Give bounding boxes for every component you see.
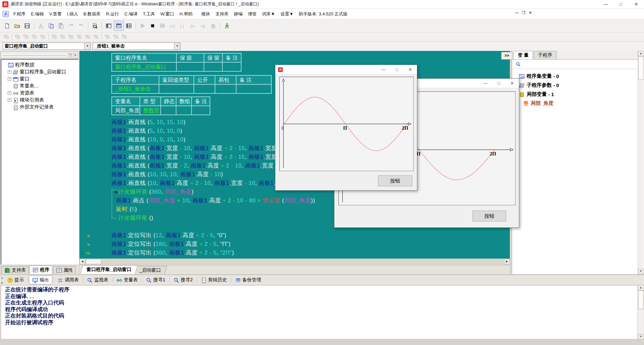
mdi-restore-icon[interactable]: ❐ — [521, 10, 526, 15]
button-anniu[interactable]: 按钮 — [378, 176, 412, 186]
tree-item-模块引用表[interactable]: +模块引用表 — [1, 96, 78, 104]
tab-属性[interactable]: 属性 — [53, 266, 76, 274]
menu-便签[interactable]: 便签 — [245, 9, 259, 19]
dock-tab-调用表[interactable]: 调用表 — [54, 276, 82, 284]
dock-close-icon[interactable]: ✕ — [1, 277, 3, 280]
menu-T.工具[interactable]: T.工具 — [140, 9, 158, 19]
tree-item-窗口程序集_启动窗口[interactable]: +窗口程序集_启动窗口 — [1, 68, 78, 75]
align-bottom-button[interactable] — [39, 33, 47, 41]
step-out-button[interactable]: {}+ — [188, 21, 198, 31]
find-button[interactable] — [90, 21, 100, 31]
same-size-button[interactable] — [120, 33, 128, 41]
maximize-icon[interactable]: □ — [492, 79, 505, 88]
scroll-right-icon[interactable]: ▶ — [504, 259, 510, 264]
menu-静编[interactable]: 静编 — [231, 9, 245, 19]
undo-button[interactable] — [76, 21, 86, 31]
scroll-up-icon[interactable]: ▲ — [638, 285, 644, 290]
menu-C.编译[interactable]: C.编译 — [122, 9, 140, 19]
add-right-button[interactable] — [22, 33, 30, 41]
variables-scrollbar[interactable]: ▲ ▼ — [638, 51, 644, 274]
mdi-minimize-icon[interactable]: — — [515, 10, 519, 15]
menu-H.帮助[interactable]: H.帮助 — [177, 9, 195, 19]
project-panel-header[interactable]: ❐ ✕ — [1, 52, 79, 58]
table-data-row[interactable]: 窗口程序集_启动窗口 — [112, 62, 241, 71]
chevron-down-icon[interactable]: ▼ — [84, 43, 90, 50]
menu-V.查看[interactable]: V.查看 — [46, 9, 64, 19]
table-cell[interactable]: _按钮1_被单击 — [112, 84, 159, 93]
same-width-button[interactable] — [103, 33, 112, 41]
table-cell[interactable] — [236, 84, 271, 93]
table-data-row[interactable]: _按钮1_被单击 — [112, 84, 271, 93]
dock-tab-剪辑历史[interactable]: 剪辑历史 — [198, 276, 230, 284]
tab-变量[interactable]: 变 量 — [514, 51, 533, 59]
compiler-output[interactable]: 正在统计需要编译的子程序正在编译. . .正在生成主程序入口代码程序代码编译成功… — [1, 285, 637, 339]
align-top-button[interactable] — [30, 33, 39, 41]
menu-词库▼[interactable]: 词库▼ — [259, 9, 278, 19]
dock-tab-搜寻1[interactable]: 搜寻1 — [143, 276, 168, 284]
close-icon[interactable]: ✕ — [404, 65, 417, 74]
tree-item-常量表...[interactable]: 常量表... — [1, 82, 78, 89]
new-file-button[interactable] — [2, 21, 12, 31]
dock-tab-备份管理[interactable]: 备份管理 — [232, 276, 264, 284]
menu-模块[interactable]: 模块 — [199, 9, 213, 19]
space-h-button[interactable] — [84, 33, 92, 41]
expand-plus-icon[interactable]: + — [8, 91, 11, 95]
center-v-button[interactable] — [58, 33, 67, 41]
table-cell[interactable] — [161, 106, 176, 115]
variable-search-box[interactable] — [512, 60, 644, 69]
tree-item-程序数据[interactable]: e01程序数据 — [1, 61, 78, 68]
menu-设置▼[interactable]: 设置▼ — [278, 9, 296, 19]
table-cell[interactable] — [176, 62, 204, 71]
expand-plus-icon[interactable]: + — [8, 77, 11, 81]
variable-item-子程序参数[interactable]: 子程序参数 - 0 — [512, 81, 644, 90]
table-cell[interactable]: 局部_角度 — [112, 106, 140, 115]
table-cell[interactable] — [222, 62, 241, 71]
editor-horizontal-scrollbar[interactable]: ◀ ▶ — [79, 259, 510, 265]
editor-tab-_启动窗口[interactable]: _启动窗口 — [133, 266, 167, 274]
dock-tab-提示[interactable]: ?提示 — [4, 276, 27, 284]
dock-tab-变量表[interactable]: 变量表 — [113, 276, 141, 284]
step-over-button[interactable]: {·} — [178, 21, 188, 31]
stop-button[interactable] — [148, 21, 158, 31]
form-grid-button[interactable] — [2, 33, 10, 41]
maximize-icon[interactable]: □ — [390, 65, 404, 74]
variable-item-局部变量[interactable]: 局部变量 - 1 — [512, 90, 644, 99]
maximize-icon[interactable]: □ — [613, 0, 629, 9]
assembly-combo[interactable]: 窗口程序集_启动窗口 ▼ — [3, 43, 91, 50]
add-left-button[interactable] — [13, 33, 22, 41]
view-split-button[interactable] — [114, 21, 124, 31]
menu-F.程序[interactable]: F.程序 — [11, 9, 28, 19]
minimize-icon[interactable]: — — [377, 65, 390, 74]
close-icon[interactable]: ✕ — [505, 79, 519, 88]
scrollbar-thumb[interactable] — [638, 56, 644, 80]
paste-button[interactable] — [56, 21, 66, 31]
panel-float-icon[interactable]: ❐ — [68, 53, 72, 57]
scroll-left-icon[interactable]: ◀ — [79, 259, 85, 264]
scroll-down-icon[interactable]: ▼ — [638, 334, 644, 339]
code-line[interactable]: »画板1.定位写出 (12, 画板1.高度 ÷ 2 - 5, “0”) — [79, 231, 510, 240]
dist-h-button[interactable] — [67, 33, 75, 41]
hand-tool-button[interactable] — [208, 21, 218, 31]
expand-plus-icon[interactable]: + — [8, 70, 11, 74]
code-line[interactable]: »画板1.定位写出 (180, 画板1.高度 ÷ 2 - 5, “Π”) — [79, 240, 510, 249]
scrollbar-thumb[interactable] — [638, 290, 644, 309]
tree-item-外部文件记录表[interactable]: 外部文件记录表 — [1, 104, 78, 111]
copy-button[interactable] — [46, 21, 56, 31]
variable-item-局部_角度[interactable]: 整局部_角度 — [512, 99, 644, 108]
table-cell[interactable] — [215, 84, 236, 93]
menu-支持库[interactable]: 支持库 — [213, 9, 231, 19]
dock-tab-搜寻2[interactable]: 搜寻2 — [170, 276, 196, 284]
dock-tab-监视表[interactable]: 监视表 — [84, 276, 111, 284]
table-cell[interactable] — [194, 84, 215, 93]
mdi-close-icon[interactable]: ✕ — [528, 10, 533, 15]
cut-button[interactable] — [36, 21, 46, 31]
chevron-down-icon[interactable]: ▼ — [174, 43, 180, 50]
tab-子程序[interactable]: 子程序 — [534, 51, 556, 59]
code-line[interactable]: ↓+»画板1.定位写出 (360, 画板1.高度 ÷ 2 - 5, “2Π”) — [79, 249, 510, 257]
tree-item-资源表[interactable]: +资源表 — [1, 89, 78, 96]
run-button[interactable] — [138, 21, 148, 31]
save-file-button[interactable] — [22, 21, 32, 31]
run-to-cursor-button[interactable]: +{} — [198, 21, 208, 31]
tree-item-窗口[interactable]: +窗口 — [1, 75, 78, 82]
scroll-down-icon[interactable]: ▼ — [638, 269, 644, 274]
